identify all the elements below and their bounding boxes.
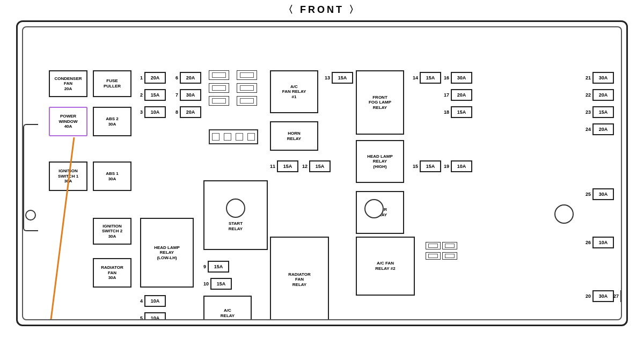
ignition-sw2-box: IGNITIONSWITCH 230A bbox=[93, 218, 131, 245]
fuse-23: 23 15A bbox=[586, 106, 614, 118]
radiator-fan-relay-box: RADIATORFANRELAY bbox=[270, 237, 329, 320]
fuse-14: 14 15A bbox=[413, 72, 441, 84]
fuse-6: 6 20A bbox=[175, 72, 201, 84]
fuse-5: 5 10A bbox=[140, 312, 166, 320]
fuse-7: 7 30A bbox=[175, 89, 201, 101]
fuse-26: 26 10A bbox=[586, 237, 614, 248]
fuse-11: 11 15A bbox=[270, 160, 298, 172]
fuse-17: 17 20A bbox=[444, 89, 472, 101]
page-title: 〈 FRONT 〉 bbox=[283, 0, 361, 18]
left-tab-circle bbox=[25, 210, 36, 221]
horn-relay-box: HORNRELAY bbox=[270, 121, 318, 151]
abs1-box: ABS 130A bbox=[93, 161, 131, 191]
abs2-box: ABS 230A bbox=[93, 107, 131, 136]
fuse-21: 21 30A bbox=[586, 72, 614, 84]
fuse-22: 22 20A bbox=[586, 89, 614, 101]
fuse-18: 18 15A bbox=[444, 106, 472, 118]
fuse-1: 1 20A bbox=[140, 72, 166, 84]
ac-fan-relay2-box: A/C FANRELAY #2 bbox=[356, 237, 415, 296]
fuse-19: 19 10A bbox=[444, 160, 472, 172]
fuse-10: 10 15A bbox=[203, 278, 232, 290]
small-fuses-col2 bbox=[237, 70, 257, 106]
fuse-9: 9 15A bbox=[203, 261, 229, 273]
fuse-4: 4 10A bbox=[140, 295, 166, 307]
fuse-13: 13 15A bbox=[325, 72, 353, 84]
fuse-diagram-inner: CONDENSERFAN20A FUSEPULLER POWERWINDOW40… bbox=[22, 26, 622, 320]
fuse-2: 2 15A bbox=[140, 89, 166, 101]
fuse-diagram-outer: CONDENSERFAN20A FUSEPULLER POWERWINDOW40… bbox=[16, 20, 628, 326]
fuse-24: 24 20A bbox=[586, 123, 614, 135]
fuse-16: 16 30A bbox=[444, 72, 472, 84]
power-window-box: POWERWINDOW40A bbox=[49, 107, 87, 136]
small-fuses-col1 bbox=[209, 70, 229, 106]
radiator-fan-label-box: RADIATORFAN30A bbox=[93, 258, 131, 288]
start-relay-box: STARTRELAY bbox=[203, 180, 268, 250]
fuse-25: 25 30A bbox=[586, 188, 614, 200]
wiper-relay-circle bbox=[364, 199, 384, 218]
ignition-sw1-box: IGNITIONSWITCH 130A bbox=[49, 161, 87, 191]
multi-fuse-block bbox=[209, 129, 258, 144]
fuse-3: 3 10A bbox=[140, 106, 166, 118]
ac-relay-box: A/CRELAY bbox=[203, 296, 252, 320]
fuse-12: 12 15A bbox=[302, 160, 331, 172]
head-lamp-relay-low-box: HEAD LAMPRELAY(LOW-LH) bbox=[140, 218, 194, 288]
condenser-fan-box: CONDENSERFAN20A bbox=[49, 70, 87, 97]
fuse-15: 15 15A bbox=[413, 160, 441, 172]
head-lamp-relay-high-box: HEAD LAMPRELAY(HIGH) bbox=[356, 140, 404, 183]
front-fog-lamp-box: FRONTFOG LAMPRELAY bbox=[356, 70, 404, 135]
fuse-puller-box: FUSEPULLER bbox=[93, 70, 131, 97]
ac-fan-relay1-box: A/CFAN RELAY#1 bbox=[270, 70, 318, 113]
right-relay-circle bbox=[554, 204, 574, 224]
fuse-20: 20 30A bbox=[586, 290, 614, 302]
fuse-27: 27 30A bbox=[613, 290, 622, 302]
fuse-8: 8 20A bbox=[175, 106, 201, 118]
right-fuse-connectors bbox=[426, 242, 457, 260]
